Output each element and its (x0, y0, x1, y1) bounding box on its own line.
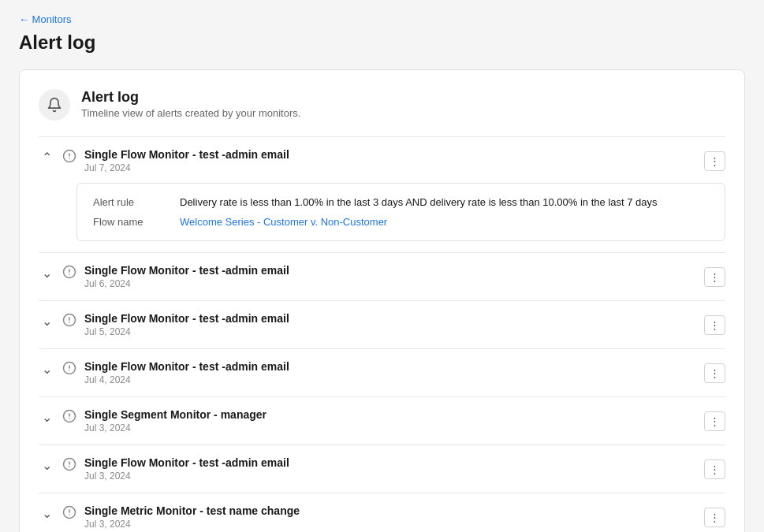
alert-item: Single Flow Monitor - test -admin email … (39, 348, 725, 396)
chevron-down-icon (42, 266, 52, 281)
alert-meta: Single Flow Monitor - test -admin email … (84, 264, 289, 289)
alert-item-header: Single Segment Monitor - manager Jul 3, … (39, 408, 725, 433)
alert-item-left: Single Metric Monitor - test name change… (39, 504, 704, 530)
alert-rule-label: Alert rule (93, 196, 164, 208)
alert-item-left: Single Flow Monitor - test -admin email … (39, 360, 704, 385)
card-header: Alert log Timeline view of alerts create… (39, 89, 725, 121)
info-icon (62, 361, 76, 375)
expand-button[interactable] (39, 149, 54, 165)
alert-item: Single Metric Monitor - test name change… (39, 493, 725, 532)
alert-title: Single Flow Monitor - test -admin email (84, 312, 289, 325)
alert-date: Jul 3, 2024 (84, 422, 266, 433)
alert-meta: Single Flow Monitor - test -admin email … (84, 456, 289, 482)
info-icon (62, 149, 76, 163)
alert-date: Jul 5, 2024 (84, 326, 289, 337)
chevron-up-icon (42, 150, 52, 165)
alert-meta: Single Flow Monitor - test -admin email … (84, 360, 289, 385)
alert-date: Jul 3, 2024 (84, 519, 300, 530)
expand-button[interactable] (39, 361, 54, 377)
alert-title: Single Segment Monitor - manager (84, 408, 266, 421)
expand-button[interactable] (39, 457, 54, 473)
alert-item-header: Single Flow Monitor - test -admin email … (39, 312, 725, 337)
alert-meta: Single Segment Monitor - manager Jul 3, … (84, 408, 266, 433)
more-options-button[interactable]: ⋮ (704, 508, 725, 527)
alert-item: Single Flow Monitor - test -admin email … (39, 136, 725, 252)
flow-name-link[interactable]: Welcome Series - Customer v. Non-Custome… (180, 216, 387, 228)
more-options-icon: ⋮ (710, 367, 720, 379)
info-icon (62, 409, 76, 423)
more-options-button[interactable]: ⋮ (704, 411, 725, 431)
alert-item-header: Single Flow Monitor - test -admin email … (39, 456, 725, 482)
alert-item-left: Single Segment Monitor - manager Jul 3, … (39, 408, 704, 433)
flow-name-row: Flow name Welcome Series - Customer v. N… (93, 216, 709, 228)
more-options-icon: ⋮ (710, 463, 720, 475)
more-options-icon: ⋮ (710, 512, 720, 523)
alert-item-left: Single Flow Monitor - test -admin email … (39, 148, 704, 173)
alert-item: Single Flow Monitor - test -admin email … (39, 445, 725, 493)
alert-meta: Single Flow Monitor - test -admin email … (84, 148, 289, 173)
alert-rule-value: Delivery rate is less than 1.00% in the … (180, 196, 658, 208)
alert-list: Single Flow Monitor - test -admin email … (39, 136, 725, 532)
back-to-monitors-link[interactable]: ← Monitors (19, 13, 71, 25)
chevron-down-icon (42, 362, 52, 377)
expand-button[interactable] (39, 265, 54, 281)
chevron-down-icon (42, 314, 52, 329)
alert-item-left: Single Flow Monitor - test -admin email … (39, 264, 704, 289)
alert-title: Single Flow Monitor - test -admin email (84, 148, 289, 161)
more-options-button[interactable]: ⋮ (704, 459, 725, 479)
alert-item-header: Single Metric Monitor - test name change… (39, 504, 725, 530)
more-options-icon: ⋮ (710, 271, 720, 283)
alert-item: Single Flow Monitor - test -admin email … (39, 300, 725, 348)
alert-item-header: Single Flow Monitor - test -admin email … (39, 360, 725, 385)
more-options-button[interactable]: ⋮ (704, 151, 725, 171)
alert-title: Single Flow Monitor - test -admin email (84, 360, 289, 373)
chevron-down-icon (42, 506, 52, 521)
card-subtitle: Timeline view of alerts created by your … (81, 107, 300, 119)
more-options-button[interactable]: ⋮ (704, 315, 725, 335)
info-icon (62, 505, 76, 519)
bell-icon (39, 89, 70, 121)
info-icon (62, 313, 76, 327)
alert-item: Single Flow Monitor - test -admin email … (39, 252, 725, 300)
more-options-icon: ⋮ (710, 319, 720, 331)
more-options-button[interactable]: ⋮ (704, 267, 725, 287)
flow-name-label: Flow name (93, 216, 164, 228)
expand-button[interactable] (39, 409, 54, 425)
chevron-down-icon (42, 458, 52, 473)
card-title: Alert log (81, 89, 300, 106)
alert-log-card: Alert log Timeline view of alerts create… (19, 69, 745, 532)
expand-button[interactable] (39, 313, 54, 329)
alert-title: Single Metric Monitor - test name change (84, 504, 300, 517)
alert-date: Jul 3, 2024 (84, 471, 289, 482)
more-options-button[interactable]: ⋮ (704, 363, 725, 383)
alert-expanded-content: Alert rule Delivery rate is less than 1.… (76, 183, 725, 241)
alert-item-left: Single Flow Monitor - test -admin email … (39, 312, 704, 337)
alert-meta: Single Metric Monitor - test name change… (84, 504, 300, 530)
page-title: Alert log (19, 32, 745, 54)
info-icon (62, 265, 76, 279)
alert-date: Jul 7, 2024 (84, 162, 289, 173)
more-options-icon: ⋮ (710, 415, 720, 427)
expand-button[interactable] (39, 505, 54, 521)
alert-date: Jul 4, 2024 (84, 374, 289, 385)
info-icon (62, 457, 76, 471)
alert-rule-row: Alert rule Delivery rate is less than 1.… (93, 196, 709, 208)
alert-item-header: Single Flow Monitor - test -admin email … (39, 264, 725, 289)
alert-item: Single Segment Monitor - manager Jul 3, … (39, 396, 725, 445)
alert-date: Jul 6, 2024 (84, 278, 289, 289)
card-header-text: Alert log Timeline view of alerts create… (81, 89, 300, 119)
alert-item-left: Single Flow Monitor - test -admin email … (39, 456, 704, 482)
chevron-down-icon (42, 410, 52, 425)
alert-title: Single Flow Monitor - test -admin email (84, 264, 289, 277)
more-options-icon: ⋮ (710, 155, 720, 167)
alert-meta: Single Flow Monitor - test -admin email … (84, 312, 289, 337)
alert-item-header: Single Flow Monitor - test -admin email … (39, 148, 725, 173)
alert-title: Single Flow Monitor - test -admin email (84, 456, 289, 469)
